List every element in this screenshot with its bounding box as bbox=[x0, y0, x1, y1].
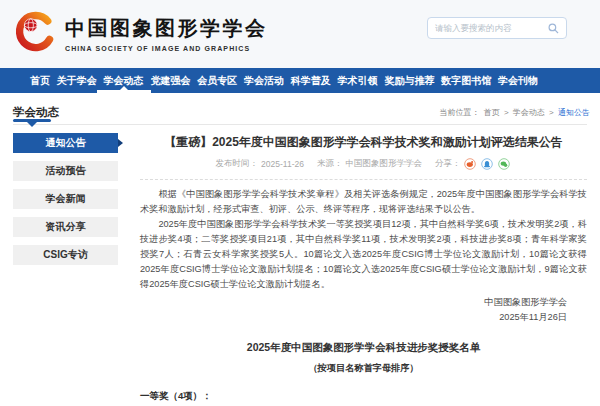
sidebar-item-notices[interactable]: 通知公告 bbox=[13, 133, 118, 153]
publish-time-label: 发布时间： bbox=[216, 158, 259, 170]
nav-item-academic[interactable]: 学术引领 bbox=[336, 68, 380, 93]
source-label: 来源： bbox=[317, 158, 343, 170]
sidebar: 通知公告 活动预告 学会新闻 资讯分享 CSIG专访 bbox=[13, 133, 118, 406]
meta-divider bbox=[140, 179, 587, 180]
nav-item-party[interactable]: 党建强会 bbox=[148, 68, 192, 93]
title-arrow-icon bbox=[27, 122, 37, 127]
breadcrumb-section[interactable]: 学会动态 bbox=[513, 108, 545, 117]
share-weibo-icon[interactable] bbox=[464, 158, 476, 170]
nav-item-science[interactable]: 科学普及 bbox=[289, 68, 333, 93]
article-content: 【重磅】2025年度中国图象图形学学会科学技术奖和激励计划评选结果公告 发布时间… bbox=[140, 133, 587, 406]
breadcrumb-current[interactable]: 通知公告 bbox=[558, 108, 590, 117]
article-meta: 发布时间：2025-11-26 来源：中国图象图形学学会 分享： bbox=[140, 158, 587, 170]
award-list-subtitle: （按项目名称首字母排序） bbox=[140, 362, 587, 375]
nav-item-awards[interactable]: 奖励与推荐 bbox=[382, 68, 436, 93]
award-list-title: 2025年度中国图象图形学学会科技进步奖授奖名单 bbox=[140, 341, 587, 355]
main-nav: 首页 关于学会 学会动态 党建强会 会员专区 学会活动 科学普及 学术引领 奖励… bbox=[0, 68, 600, 93]
signature-org: 中国图象图形学学会 bbox=[140, 295, 587, 310]
nav-item-home[interactable]: 首页 bbox=[28, 68, 52, 93]
site-header: 中国图象图形学学会 CHINA SOCIETY OF IMAGE AND GRA… bbox=[0, 0, 600, 68]
breadcrumb-home[interactable]: 首页 bbox=[484, 108, 500, 117]
article-paragraph: 根据《中国图象图形学学会科学技术奖章程》及相关评选条例规定，2025年度中国图象… bbox=[140, 187, 587, 217]
page-title: 学会动态 bbox=[13, 105, 59, 120]
breadcrumb-separator: > bbox=[549, 108, 554, 117]
sidebar-item-news[interactable]: 学会新闻 bbox=[13, 189, 118, 209]
csig-logo-icon bbox=[12, 11, 56, 55]
search-input[interactable] bbox=[435, 23, 548, 33]
breadcrumb-label: 当前位置： bbox=[439, 108, 479, 117]
section-header: 学会动态 当前位置： 首页 > 学会动态 > 通知公告 bbox=[13, 93, 587, 125]
search-box[interactable] bbox=[427, 17, 567, 39]
sidebar-item-csig-interview[interactable]: CSIG专访 bbox=[13, 245, 118, 265]
nav-item-journals[interactable]: 学会刊物 bbox=[496, 68, 540, 93]
sidebar-item-info-share[interactable]: 资讯分享 bbox=[13, 217, 118, 237]
share-qq-icon[interactable] bbox=[481, 158, 493, 170]
source-value: 中国图象图形学学会 bbox=[345, 158, 422, 170]
article-title: 【重磅】2025年度中国图象图形学学会科学技术奖和激励计划评选结果公告 bbox=[140, 135, 587, 151]
breadcrumb-separator: > bbox=[504, 108, 509, 117]
search-icon[interactable] bbox=[548, 23, 559, 34]
org-name-cn: 中国图象图形学学会 bbox=[65, 15, 268, 42]
signature-block: 中国图象图形学学会 2025年11月26日 bbox=[140, 295, 587, 325]
breadcrumb: 当前位置： 首页 > 学会动态 > 通知公告 bbox=[437, 107, 590, 118]
nav-item-library[interactable]: 数字图书馆 bbox=[439, 68, 493, 93]
nav-item-news[interactable]: 学会动态 bbox=[102, 68, 146, 93]
share-wechat-icon[interactable] bbox=[498, 158, 510, 170]
publish-time: 2025-11-26 bbox=[261, 159, 304, 169]
nav-item-members[interactable]: 会员专区 bbox=[195, 68, 239, 93]
main-area: 通知公告 活动预告 学会新闻 资讯分享 CSIG专访 【重磅】2025年度中国图… bbox=[13, 133, 587, 406]
award-grade-heading: 一等奖（4项）： bbox=[140, 388, 587, 403]
article-paragraph: 2025年度中国图象图形学学会科学技术奖一等奖授奖项目12项，其中自然科学奖6项… bbox=[140, 217, 587, 292]
signature-date: 2025年11月26日 bbox=[140, 310, 587, 325]
sidebar-item-previews[interactable]: 活动预告 bbox=[13, 161, 118, 181]
nav-item-activities[interactable]: 学会活动 bbox=[242, 68, 286, 93]
share-label: 分享： bbox=[435, 158, 461, 170]
logo-block[interactable]: 中国图象图形学学会 CHINA SOCIETY OF IMAGE AND GRA… bbox=[12, 11, 268, 55]
nav-item-about[interactable]: 关于学会 bbox=[55, 68, 99, 93]
org-name-en: CHINA SOCIETY OF IMAGE AND GRAPHICS bbox=[65, 45, 268, 52]
